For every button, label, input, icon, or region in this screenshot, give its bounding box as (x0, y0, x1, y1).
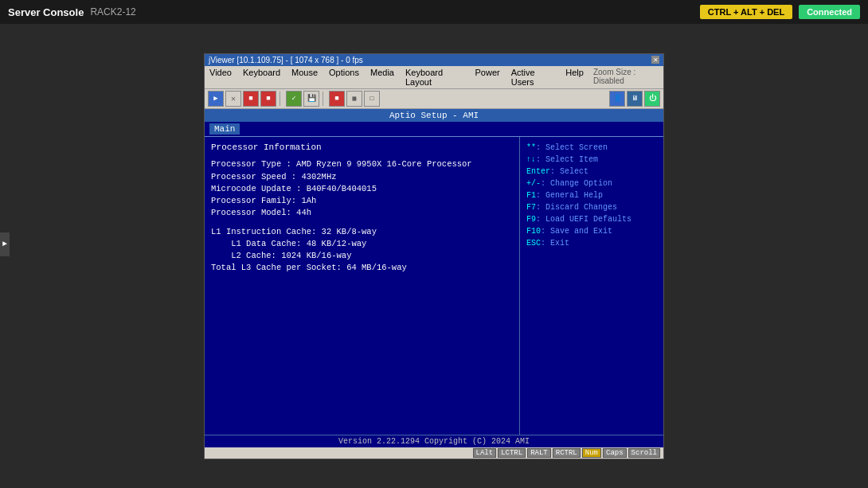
iviewer-titlebar: jViewer [10.1.109.75] - [ 1074 x 768 ] -… (205, 54, 663, 66)
toolbar-btn-red3[interactable]: ■ (329, 91, 345, 107)
menu-media[interactable]: Media (369, 68, 396, 87)
bios-container: Aptio Setup - AMI Main Processor Informa… (205, 109, 663, 447)
zoom-label: Zoom Size : Disabled (593, 68, 660, 87)
help-line-1: ↑↓: Select Item (526, 154, 657, 166)
bios-line-6: L1 Data Cache: 48 KB/12-way (211, 238, 513, 250)
status-rctrl: RCTRL (553, 448, 581, 458)
menu-options[interactable]: Options (327, 68, 361, 87)
server-console-title: Server Console (8, 6, 84, 18)
top-bar: Server Console RACK2-12 CTRL + ALT + DEL… (0, 0, 868, 24)
bios-line-0: Processor Type : AMD Ryzen 9 9950X 16-Co… (211, 158, 513, 170)
toolbar-btn-power[interactable]: ⏻ (644, 91, 660, 107)
toolbar-btn-red1[interactable]: ■ (243, 91, 259, 107)
status-ralt: RALT (527, 448, 551, 458)
iviewer-title: jViewer [10.1.109.75] - [ 1074 x 768 ] -… (209, 56, 363, 64)
bios-line-1: Processor Speed : 4302MHz (211, 171, 513, 183)
iviewer-window: jViewer [10.1.109.75] - [ 1074 x 768 ] -… (204, 53, 664, 459)
help-line-4: F1: General Help (526, 189, 657, 201)
top-bar-left: Server Console RACK2-12 (8, 6, 136, 18)
bios-footer-text: Version 2.22.1294 Copyright (C) 2024 AMI (338, 437, 530, 446)
bios-line-5: L1 Instruction Cache: 32 KB/8-way (211, 226, 513, 238)
toolbar-btn-2[interactable]: ✕ (225, 91, 241, 107)
help-line-3: +/-: Change Option (526, 178, 657, 189)
bios-nav-main[interactable]: Main (209, 123, 240, 135)
bios-line-2: Microcode Update : B40F40/B404015 (211, 183, 513, 195)
menu-active-users[interactable]: Active Users (510, 68, 557, 87)
toolbar-right: 👤 🖥 ⏻ (609, 91, 660, 107)
iviewer-menubar: Video Keyboard Mouse Options Media Keybo… (205, 66, 663, 89)
bios-footer: Version 2.22.1294 Copyright (C) 2024 AMI (205, 435, 663, 447)
bios-nav-bar: Main (205, 122, 663, 136)
menu-keyboard-layout[interactable]: Keyboard Layout (404, 68, 466, 87)
bios-left: Processor Information Processor Type : A… (205, 137, 520, 435)
bios-status-bar: LAlt LCTRL RALT RCTRL Num Caps Scroll (205, 447, 663, 459)
bios-title: Aptio Setup - AMI (389, 111, 479, 120)
toolbar-sep1 (280, 92, 283, 106)
bios-line-4: Processor Model: 44h (211, 207, 513, 219)
bios-body: Processor Information Processor Type : A… (205, 136, 663, 435)
main-content: ► jViewer [10.1.109.75] - [ 1074 x 768 ]… (0, 24, 868, 488)
menu-keyboard[interactable]: Keyboard (241, 68, 282, 87)
help-line-7: F10: Save and Exit (526, 225, 657, 237)
help-line-0: **: Select Screen (526, 142, 657, 154)
toolbar-sep2 (323, 92, 326, 106)
iviewer-close-button[interactable]: ✕ (651, 56, 659, 64)
bios-right: **: Select Screen ↑↓: Select Item Enter:… (520, 137, 663, 435)
connected-badge: Connected (799, 5, 860, 19)
help-line-8: ESC: Exit (526, 237, 657, 249)
help-line-5: F7: Discard Changes (526, 201, 657, 213)
menu-power[interactable]: Power (474, 68, 502, 87)
menu-mouse[interactable]: Mouse (290, 68, 319, 87)
bios-info-lines: Processor Type : AMD Ryzen 9 9950X 16-Co… (211, 158, 513, 274)
bios-line-3: Processor Family: 1Ah (211, 195, 513, 207)
ctrl-alt-del-button[interactable]: CTRL + ALT + DEL (700, 5, 792, 19)
status-lalt: LAlt (473, 448, 497, 458)
bios-title-bar: Aptio Setup - AMI (205, 109, 663, 122)
bios-line-8: Total L3 Cache per Socket: 64 MB/16-way (211, 262, 513, 274)
status-num: Num (582, 448, 601, 458)
bios-left-title: Processor Information (211, 142, 513, 154)
top-bar-right: CTRL + ALT + DEL Connected (700, 5, 860, 19)
toolbar-btn-1[interactable]: ▶ (208, 91, 224, 107)
status-caps: Caps (603, 448, 627, 458)
sidebar-arrow[interactable]: ► (0, 232, 10, 256)
help-line-2: Enter: Select (526, 166, 657, 178)
bios-line-7: L2 Cache: 1024 KB/16-way (211, 250, 513, 262)
rack-label: RACK2-12 (90, 6, 135, 18)
help-line-6: F9: Load UEFI Defaults (526, 213, 657, 225)
toolbar-btn-expand[interactable]: □ (364, 91, 380, 107)
menu-help[interactable]: Help (564, 68, 585, 87)
toolbar-btn-display[interactable]: 🖥 (627, 91, 643, 107)
status-scroll: Scroll (628, 448, 660, 458)
toolbar-btn-disk[interactable]: 💾 (303, 91, 319, 107)
toolbar-btn-user[interactable]: 👤 (609, 91, 625, 107)
toolbar-btn-multi[interactable]: ▦ (346, 91, 362, 107)
iviewer-toolbar: ▶ ✕ ■ ■ ✓ 💾 ■ ▦ □ 👤 🖥 ⏻ (205, 89, 663, 109)
toolbar-btn-red2[interactable]: ■ (260, 91, 276, 107)
bios-spacer (211, 220, 513, 226)
toolbar-btn-check[interactable]: ✓ (286, 91, 302, 107)
menu-video[interactable]: Video (208, 68, 233, 87)
status-lctrl: LCTRL (498, 448, 526, 458)
